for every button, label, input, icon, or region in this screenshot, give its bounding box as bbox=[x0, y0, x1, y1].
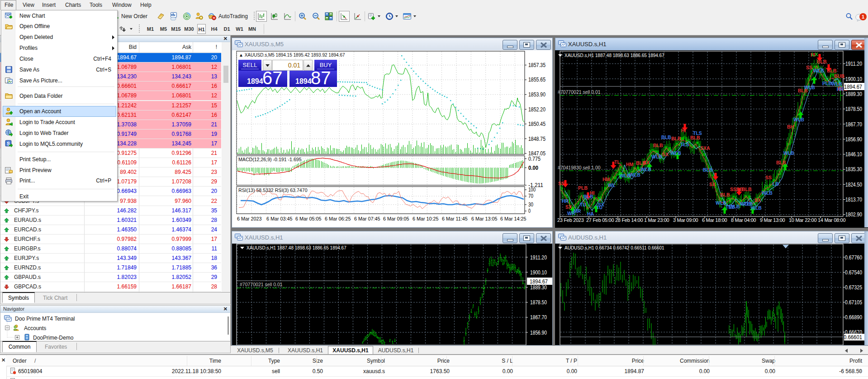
svg-text:6 Mar 2023: 6 Mar 2023 bbox=[237, 216, 262, 221]
svg-text:SX: SX bbox=[643, 160, 650, 165]
svg-text:SS: SS bbox=[765, 175, 772, 180]
svg-text:6 Mar 07:45: 6 Mar 07:45 bbox=[354, 216, 380, 221]
svg-text:1850.45: 1850.45 bbox=[528, 120, 545, 127]
svg-text:WLB: WLB bbox=[793, 117, 804, 122]
svg-text:SS: SS bbox=[558, 181, 564, 186]
svg-text:28 Feb 14:00: 28 Feb 14:00 bbox=[615, 217, 643, 223]
svg-text:0.66601: 0.66601 bbox=[844, 334, 862, 341]
svg-text:BLB: BLB bbox=[742, 187, 752, 192]
svg-text:WLB: WLB bbox=[804, 85, 815, 90]
svg-text:0.67325: 0.67325 bbox=[845, 284, 862, 291]
svg-text:1857.35: 1857.35 bbox=[528, 62, 545, 68]
svg-text:MACD(12,26,9) -0.191 -1.695: MACD(12,26,9) -0.191 -1.695 bbox=[238, 157, 302, 162]
svg-text:MR: MR bbox=[574, 208, 581, 214]
svg-text:1856.90: 1856.90 bbox=[845, 136, 862, 143]
svg-text:BLB: BLB bbox=[776, 160, 786, 165]
svg-text:1 Mar 23:00: 1 Mar 23:00 bbox=[644, 217, 669, 223]
svg-text:XAUUSD.s,H1 1887.48 1898.63 1: XAUUSD.s,H1 1887.48 1898.63 1886.65 1894… bbox=[564, 53, 664, 58]
svg-text:6 Mar 06:25: 6 Mar 06:25 bbox=[325, 216, 351, 221]
svg-text:1848.75: 1848.75 bbox=[528, 135, 545, 142]
svg-text:100: 100 bbox=[528, 186, 536, 193]
svg-text:9 Mar 13:00: 9 Mar 13:00 bbox=[760, 217, 785, 223]
svg-text:HM: HM bbox=[626, 162, 634, 167]
svg-text:WLB: WLB bbox=[640, 167, 651, 172]
svg-text:70: 70 bbox=[528, 192, 533, 199]
svg-text:0.67105: 0.67105 bbox=[845, 299, 862, 306]
svg-text:1813.70: 1813.70 bbox=[845, 196, 862, 203]
svg-text:TU: TU bbox=[580, 202, 586, 207]
svg-text:WLB: WLB bbox=[762, 190, 773, 196]
svg-text:30: 30 bbox=[528, 201, 533, 208]
svg-text:WL: WL bbox=[608, 182, 616, 188]
svg-text:SX: SX bbox=[754, 197, 761, 203]
svg-text:BLB: BLB bbox=[817, 59, 827, 64]
svg-text:WLB: WLB bbox=[716, 200, 726, 206]
svg-text:1852.20: 1852.20 bbox=[528, 106, 545, 113]
svg-text:HA: HA bbox=[587, 211, 594, 216]
svg-text:BLB: BLB bbox=[653, 143, 663, 148]
svg-text:1911.20: 1911.20 bbox=[530, 254, 547, 261]
svg-text:WLB: WLB bbox=[783, 150, 794, 156]
svg-text:10 Mar 22:00: 10 Mar 22:00 bbox=[789, 217, 816, 223]
svg-text:PLB: PLB bbox=[822, 81, 832, 86]
svg-text:WLB: WLB bbox=[831, 81, 842, 86]
svg-text:6 Mar 14:25: 6 Mar 14:25 bbox=[500, 216, 526, 221]
svg-text:TLB: TLB bbox=[744, 201, 753, 206]
svg-text:14 Mar 08:00: 14 Mar 08:00 bbox=[818, 217, 845, 223]
svg-text:#70770021 sell 0.01: #70770021 sell 0.01 bbox=[240, 282, 283, 287]
svg-text:0: 0 bbox=[528, 207, 531, 214]
svg-text:23 Feb 2023: 23 Feb 2023 bbox=[557, 217, 584, 223]
svg-text:XAUUSD.s,H1 1887.48 1898.63 1: XAUUSD.s,H1 1887.48 1898.63 1886.65 1894… bbox=[247, 245, 346, 250]
svg-text:1911.20: 1911.20 bbox=[845, 60, 862, 67]
svg-text:SX: SX bbox=[598, 202, 604, 207]
svg-text:SX: SX bbox=[565, 204, 572, 210]
svg-text:WLB: WLB bbox=[813, 68, 824, 73]
svg-text:1894.67: 1894.67 bbox=[844, 83, 862, 90]
svg-text:6 Mar 11:45: 6 Mar 11:45 bbox=[442, 216, 468, 221]
svg-text:BLB: BLB bbox=[671, 136, 681, 141]
svg-text:BLB: BLB bbox=[720, 192, 730, 197]
svg-text:1802.90: 1802.90 bbox=[845, 211, 862, 218]
svg-text:TLS: TLS bbox=[680, 142, 689, 147]
svg-text:HM: HM bbox=[602, 177, 610, 182]
svg-text:SX: SX bbox=[709, 182, 716, 187]
svg-text:AUDUSD.s,H1 0.66734 0.66742 0: AUDUSD.s,H1 0.66734 0.66742 0.66511 0.66… bbox=[564, 245, 664, 250]
svg-text:6 Mar 10:25: 6 Mar 10:25 bbox=[413, 216, 439, 221]
svg-text:PLB: PLB bbox=[578, 185, 588, 191]
svg-text:1878.50: 1878.50 bbox=[530, 299, 547, 306]
svg-text:HR: HR bbox=[837, 86, 844, 92]
svg-text:WLB: WLB bbox=[670, 150, 681, 156]
svg-text:HI: HI bbox=[681, 128, 686, 133]
svg-text:1900.10: 1900.10 bbox=[530, 269, 547, 276]
svg-text:3 Mar 09:00: 3 Mar 09:00 bbox=[673, 217, 698, 223]
svg-text:0.67540: 0.67540 bbox=[845, 269, 862, 276]
svg-text:0.00: 0.00 bbox=[528, 164, 538, 171]
svg-text:6 Mar 09:05: 6 Mar 09:05 bbox=[383, 216, 409, 221]
svg-text:1846.10: 1846.10 bbox=[845, 151, 862, 158]
svg-text:0.775: 0.775 bbox=[528, 155, 541, 162]
svg-text:27 Feb 05:00: 27 Feb 05:00 bbox=[586, 217, 614, 223]
svg-text:TL: TL bbox=[614, 159, 620, 165]
svg-text:1894.67: 1894.67 bbox=[530, 278, 548, 285]
svg-text:BUB: BUB bbox=[834, 73, 844, 79]
svg-text:6 Mar 18:00: 6 Mar 18:00 bbox=[702, 217, 727, 223]
svg-text:BLB: BLB bbox=[827, 68, 837, 73]
svg-text:1889.30: 1889.30 bbox=[530, 284, 547, 291]
svg-text:1853.90: 1853.90 bbox=[528, 91, 545, 98]
svg-text:BLB: BLB bbox=[661, 134, 671, 140]
svg-text:6 Mar 03:45: 6 Mar 03:45 bbox=[266, 216, 293, 221]
svg-text:SXA: SXA bbox=[700, 145, 710, 151]
svg-text:HR: HR bbox=[562, 198, 569, 204]
svg-text:6 Mar 05:05: 6 Mar 05:05 bbox=[295, 216, 322, 221]
svg-text:TLS: TLS bbox=[693, 130, 702, 136]
svg-text:BH: BH bbox=[787, 124, 794, 130]
svg-text:▲ XAUUSD.s,M5 1894.15 1895.42: ▲ XAUUSD.s,M5 1894.15 1895.42 1893.92 18… bbox=[239, 53, 345, 58]
svg-text:1835.30: 1835.30 bbox=[845, 166, 862, 173]
svg-text:1867.70: 1867.70 bbox=[845, 121, 862, 128]
svg-text:RSI(13) 58.5332 RSI(3) 63.747: RSI(13) 58.5332 RSI(3) 63.7470 bbox=[238, 187, 308, 193]
svg-text:1867.70: 1867.70 bbox=[530, 314, 547, 321]
svg-text:#70419830 sell 1.00: #70419830 sell 1.00 bbox=[558, 165, 601, 170]
svg-text:WLB: WLB bbox=[729, 204, 740, 209]
svg-text:WLB: WLB bbox=[620, 173, 631, 178]
svg-text:SX: SX bbox=[662, 152, 669, 157]
